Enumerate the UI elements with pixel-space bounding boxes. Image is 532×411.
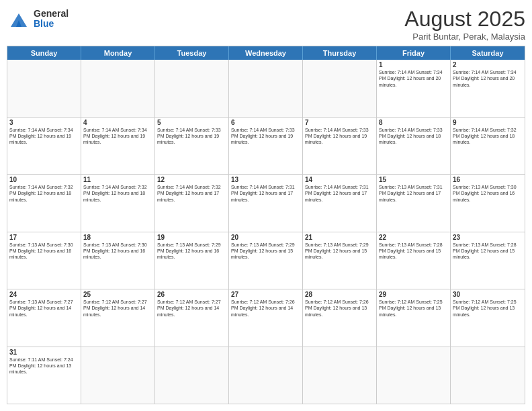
day-cell-29: 29Sunrise: 7:12 AM Sunset: 7:25 PM Dayli… — [377, 289, 451, 347]
day-info: Sunrise: 7:14 AM Sunset: 7:32 PM Dayligh… — [9, 184, 79, 203]
day-number: 7 — [305, 119, 374, 126]
day-number: 27 — [231, 291, 300, 298]
day-number: 14 — [305, 176, 374, 183]
day-number: 29 — [379, 291, 448, 298]
day-number: 11 — [83, 176, 152, 183]
calendar-subtitle: Parit Buntar, Perak, Malaysia — [404, 32, 525, 42]
day-info: Sunrise: 7:12 AM Sunset: 7:26 PM Dayligh… — [305, 299, 374, 318]
day-info: Sunrise: 7:14 AM Sunset: 7:33 PM Dayligh… — [379, 127, 448, 146]
day-cell-18: 18Sunrise: 7:13 AM Sunset: 7:30 PM Dayli… — [81, 232, 155, 289]
logo-general-text: General — [34, 9, 69, 19]
day-info: Sunrise: 7:13 AM Sunset: 7:31 PM Dayligh… — [379, 184, 448, 203]
day-cell-26: 26Sunrise: 7:12 AM Sunset: 7:27 PM Dayli… — [155, 289, 229, 347]
day-cell-empty — [303, 347, 377, 404]
day-cell-24: 24Sunrise: 7:13 AM Sunset: 7:27 PM Dayli… — [7, 289, 81, 347]
calendar: SundayMondayTuesdayWednesdayThursdayFrid… — [7, 46, 525, 404]
day-info: Sunrise: 7:13 AM Sunset: 7:29 PM Dayligh… — [305, 242, 374, 261]
weekday-header-saturday: Saturday — [451, 46, 525, 60]
calendar-row-0: 1Sunrise: 7:14 AM Sunset: 7:34 PM Daylig… — [7, 60, 525, 117]
day-info: Sunrise: 7:14 AM Sunset: 7:34 PM Dayligh… — [379, 69, 448, 88]
day-cell-4: 4Sunrise: 7:14 AM Sunset: 7:34 PM Daylig… — [81, 118, 155, 175]
day-info: Sunrise: 7:12 AM Sunset: 7:26 PM Dayligh… — [231, 299, 300, 318]
day-info: Sunrise: 7:12 AM Sunset: 7:27 PM Dayligh… — [157, 299, 226, 318]
calendar-header: SundayMondayTuesdayWednesdayThursdayFrid… — [7, 46, 525, 60]
calendar-row-2: 10Sunrise: 7:14 AM Sunset: 7:32 PM Dayli… — [7, 174, 525, 232]
day-number: 23 — [453, 234, 523, 241]
day-cell-1: 1Sunrise: 7:14 AM Sunset: 7:34 PM Daylig… — [377, 60, 451, 117]
day-info: Sunrise: 7:14 AM Sunset: 7:34 PM Dayligh… — [83, 127, 152, 146]
weekday-header-friday: Friday — [377, 46, 451, 60]
day-cell-13: 13Sunrise: 7:14 AM Sunset: 7:31 PM Dayli… — [229, 175, 303, 232]
logo-container: General Blue — [7, 7, 69, 31]
day-number: 12 — [157, 176, 226, 183]
day-cell-12: 12Sunrise: 7:14 AM Sunset: 7:32 PM Dayli… — [155, 175, 229, 232]
day-cell-3: 3Sunrise: 7:14 AM Sunset: 7:34 PM Daylig… — [7, 118, 81, 175]
day-info: Sunrise: 7:14 AM Sunset: 7:32 PM Dayligh… — [83, 184, 152, 203]
calendar-row-4: 24Sunrise: 7:13 AM Sunset: 7:27 PM Dayli… — [7, 289, 525, 347]
calendar-body: 1Sunrise: 7:14 AM Sunset: 7:34 PM Daylig… — [7, 60, 525, 404]
day-cell-7: 7Sunrise: 7:14 AM Sunset: 7:33 PM Daylig… — [303, 118, 377, 175]
weekday-header-sunday: Sunday — [7, 46, 81, 60]
day-cell-empty — [229, 347, 303, 404]
day-cell-23: 23Sunrise: 7:13 AM Sunset: 7:28 PM Dayli… — [451, 232, 525, 289]
day-cell-empty — [81, 60, 155, 117]
day-info: Sunrise: 7:14 AM Sunset: 7:33 PM Dayligh… — [157, 127, 226, 146]
day-info: Sunrise: 7:14 AM Sunset: 7:32 PM Dayligh… — [157, 184, 226, 203]
day-info: Sunrise: 7:14 AM Sunset: 7:34 PM Dayligh… — [9, 127, 79, 146]
day-cell-empty — [81, 347, 155, 404]
day-cell-21: 21Sunrise: 7:13 AM Sunset: 7:29 PM Dayli… — [303, 232, 377, 289]
logo-blue-text: Blue — [34, 19, 69, 29]
day-cell-empty — [377, 347, 451, 404]
day-info: Sunrise: 7:13 AM Sunset: 7:28 PM Dayligh… — [453, 242, 523, 261]
day-info: Sunrise: 7:13 AM Sunset: 7:30 PM Dayligh… — [83, 242, 152, 261]
day-info: Sunrise: 7:13 AM Sunset: 7:29 PM Dayligh… — [157, 242, 226, 261]
day-cell-10: 10Sunrise: 7:14 AM Sunset: 7:32 PM Dayli… — [7, 175, 81, 232]
day-number: 30 — [453, 291, 523, 298]
day-cell-30: 30Sunrise: 7:12 AM Sunset: 7:25 PM Dayli… — [451, 289, 525, 347]
calendar-title: August 2025 — [404, 7, 525, 32]
page: General Blue August 2025 Parit Buntar, P… — [0, 0, 532, 411]
calendar-row-3: 17Sunrise: 7:13 AM Sunset: 7:30 PM Dayli… — [7, 232, 525, 289]
day-cell-11: 11Sunrise: 7:14 AM Sunset: 7:32 PM Dayli… — [81, 175, 155, 232]
day-info: Sunrise: 7:13 AM Sunset: 7:30 PM Dayligh… — [453, 184, 523, 203]
day-cell-empty — [7, 60, 81, 117]
day-number: 6 — [231, 119, 300, 126]
day-number: 4 — [83, 119, 152, 126]
day-cell-17: 17Sunrise: 7:13 AM Sunset: 7:30 PM Dayli… — [7, 232, 81, 289]
day-cell-31: 31Sunrise: 7:11 AM Sunset: 7:24 PM Dayli… — [7, 347, 81, 404]
header: General Blue August 2025 Parit Buntar, P… — [7, 7, 525, 42]
day-cell-empty — [155, 60, 229, 117]
day-cell-28: 28Sunrise: 7:12 AM Sunset: 7:26 PM Dayli… — [303, 289, 377, 347]
calendar-row-5: 31Sunrise: 7:11 AM Sunset: 7:24 PM Dayli… — [7, 347, 525, 404]
day-number: 2 — [453, 61, 523, 68]
weekday-header-tuesday: Tuesday — [155, 46, 229, 60]
day-number: 10 — [9, 176, 79, 183]
day-cell-14: 14Sunrise: 7:14 AM Sunset: 7:31 PM Dayli… — [303, 175, 377, 232]
day-cell-22: 22Sunrise: 7:13 AM Sunset: 7:28 PM Dayli… — [377, 232, 451, 289]
day-cell-19: 19Sunrise: 7:13 AM Sunset: 7:29 PM Dayli… — [155, 232, 229, 289]
day-cell-25: 25Sunrise: 7:12 AM Sunset: 7:27 PM Dayli… — [81, 289, 155, 347]
day-info: Sunrise: 7:14 AM Sunset: 7:33 PM Dayligh… — [305, 127, 374, 146]
day-number: 8 — [379, 119, 448, 126]
logo: General Blue — [7, 7, 69, 31]
day-info: Sunrise: 7:13 AM Sunset: 7:30 PM Dayligh… — [9, 242, 79, 261]
logo-text-group: General Blue — [34, 9, 69, 30]
day-info: Sunrise: 7:14 AM Sunset: 7:33 PM Dayligh… — [231, 127, 300, 146]
day-number: 3 — [9, 119, 79, 126]
day-number: 24 — [9, 291, 79, 298]
calendar-row-1: 3Sunrise: 7:14 AM Sunset: 7:34 PM Daylig… — [7, 117, 525, 175]
day-number: 15 — [379, 176, 448, 183]
day-number: 18 — [83, 234, 152, 241]
day-number: 26 — [157, 291, 226, 298]
day-number: 16 — [453, 176, 523, 183]
day-cell-8: 8Sunrise: 7:14 AM Sunset: 7:33 PM Daylig… — [377, 118, 451, 175]
day-number: 17 — [9, 234, 79, 241]
day-info: Sunrise: 7:13 AM Sunset: 7:29 PM Dayligh… — [231, 242, 300, 261]
day-cell-27: 27Sunrise: 7:12 AM Sunset: 7:26 PM Dayli… — [229, 289, 303, 347]
weekday-header-monday: Monday — [81, 46, 155, 60]
day-info: Sunrise: 7:14 AM Sunset: 7:31 PM Dayligh… — [305, 184, 374, 203]
day-cell-15: 15Sunrise: 7:13 AM Sunset: 7:31 PM Dayli… — [377, 175, 451, 232]
day-number: 1 — [379, 61, 448, 68]
day-number: 13 — [231, 176, 300, 183]
day-number: 20 — [231, 234, 300, 241]
